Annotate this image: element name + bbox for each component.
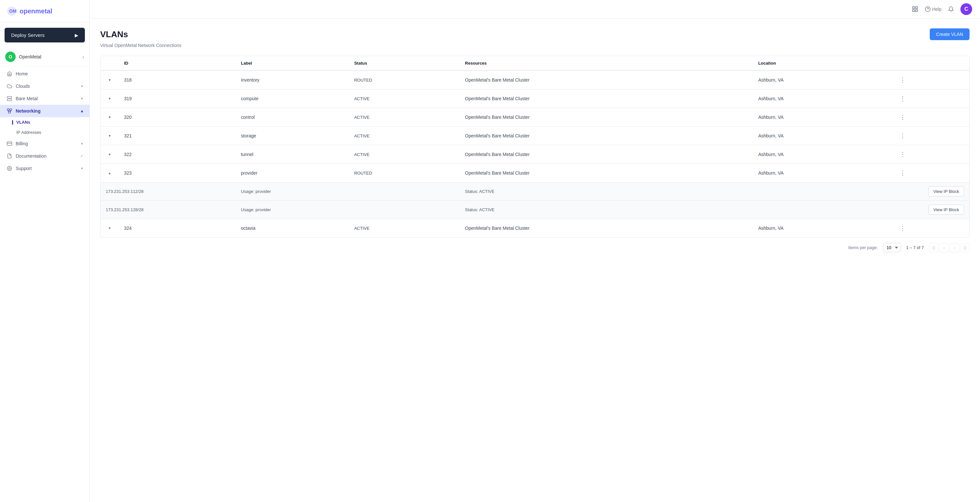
first-page-button[interactable]: ⟨⟨ [929,243,938,252]
svg-rect-18 [916,7,918,9]
networking-sub-nav: VLANs IP Addresses [0,117,89,137]
logo-text: openmetal [19,8,52,15]
svg-point-15 [7,166,11,170]
row-menu-322[interactable]: ⋮ [898,150,907,159]
sidebar-item-label: Billing [16,141,28,146]
next-page-button[interactable]: › [950,243,959,252]
table-row: ▾ 324 octavia ACTIVE OpenMetal's Bare Me… [100,219,969,238]
row-menu-320[interactable]: ⋮ [898,113,907,122]
col-resources: Resources [460,56,753,70]
sidebar-item-networking[interactable]: Networking ▴ [0,105,89,117]
row-resources: OpenMetal's Bare Metal Cluster [460,108,753,127]
svg-rect-17 [913,7,915,9]
svg-text:OM: OM [9,8,17,14]
page-content: VLANs Create VLAN Virtual OpenMetal Netw… [90,19,980,502]
sub-row-status-1: Status: ACTIVE [460,183,753,201]
per-page-select[interactable]: 10 25 50 [883,243,901,252]
col-id: ID [119,56,236,70]
row-id: 318 [119,70,236,89]
sub-row-usage-1: Usage: provider [236,183,460,201]
row-menu-319[interactable]: ⋮ [898,94,907,103]
sidebar-item-documentation[interactable]: Documentation ↗ [0,150,89,162]
last-page-button[interactable]: ⟩⟩ [961,243,970,252]
row-menu-324[interactable]: ⋮ [898,224,907,233]
page-subtitle: Virtual OpenMetal Network Connections [100,43,970,48]
row-location: Ashburn, VA [753,108,893,127]
deploy-servers-button[interactable]: Deploy Servers ▶ [5,28,85,43]
chevron-up-icon: ▴ [81,109,83,113]
sidebar-item-home[interactable]: Home [0,68,89,80]
svg-rect-2 [7,96,11,98]
page-nav: ⟨⟨ ‹ › ⟩⟩ [929,243,970,252]
sidebar-item-label: Clouds [16,84,30,89]
view-ip-block-button-2[interactable]: View IP Block [928,205,964,215]
view-ip-block-button-1[interactable]: View IP Block [928,186,964,197]
row-status: ACTIVE [349,145,460,164]
expand-row-324[interactable]: ▾ [106,224,114,232]
create-vlan-button[interactable]: Create VLAN [930,29,970,40]
prev-page-button[interactable]: ‹ [940,243,949,252]
page-info: 1 – 7 of 7 [906,245,924,250]
sidebar-item-support[interactable]: Support ▾ [0,162,89,175]
row-resources: OpenMetal's Bare Metal Cluster [460,70,753,89]
svg-rect-8 [8,111,10,113]
row-resources: OpenMetal's Bare Metal Cluster [460,127,753,145]
help-label: Help [932,6,942,12]
pagination: Items per page: 10 25 50 1 – 7 of 7 ⟨⟨ ‹… [100,238,970,257]
chevron-down-icon: ▾ [81,141,83,146]
support-icon [6,165,13,172]
row-menu-318[interactable]: ⋮ [898,75,907,84]
sidebar-item-bare-metal[interactable]: Bare Metal ▾ [0,92,89,105]
row-status: ACTIVE [349,108,460,127]
deploy-arrow: ▶ [75,33,78,38]
expand-row-321[interactable]: ▾ [106,132,114,140]
table-header-row: ID Label Status Resources Location [100,56,969,70]
col-status: Status [349,56,460,70]
org-avatar: O [5,52,16,62]
row-resources: OpenMetal's Bare Metal Cluster [460,89,753,108]
row-id: 321 [119,127,236,145]
expand-row-322[interactable]: ▾ [106,151,114,158]
help-button[interactable]: Help [925,6,942,12]
row-label: compute [236,89,349,108]
grid-icon-button[interactable] [912,6,918,13]
ip-addresses-label: IP Addresses [16,130,41,135]
svg-rect-19 [913,10,915,12]
row-status: ROUTED [349,164,460,183]
user-avatar-button[interactable]: C [961,3,972,15]
main-content: Help C VLANs Create VLAN Virtual OpenMet… [90,0,980,502]
row-id: 320 [119,108,236,127]
row-resources: OpenMetal's Bare Metal Cluster [460,145,753,164]
row-status: ROUTED [349,70,460,89]
row-resources: OpenMetal's Bare Metal Cluster [460,164,753,183]
sidebar-item-clouds[interactable]: Clouds ▾ [0,80,89,92]
expand-row-323[interactable]: ▴ [106,169,114,177]
sub-row-323-1: 173.231.253.112/28 Usage: provider Statu… [100,183,969,201]
home-icon [6,71,13,77]
chevron-down-icon: ▾ [81,166,83,171]
sidebar-item-vlans[interactable]: VLANs [0,117,89,127]
expand-row-319[interactable]: ▾ [106,95,114,102]
sidebar-item-ip-addresses[interactable]: IP Addresses [0,127,89,137]
network-icon [6,108,13,114]
svg-rect-20 [916,10,918,12]
expand-row-320[interactable]: ▾ [106,113,114,121]
table-row: ▾ 318 inventory ROUTED OpenMetal's Bare … [100,70,969,89]
notification-bell-button[interactable] [948,6,954,12]
row-label: octavia [236,219,349,238]
svg-rect-7 [10,109,11,110]
page-title: VLANs [100,29,128,40]
row-location: Ashburn, VA [753,145,893,164]
org-selector[interactable]: O OpenMetal › [0,48,89,66]
sidebar-item-label: Networking [16,108,40,114]
external-link-icon: ↗ [80,154,83,158]
col-actions [893,56,969,70]
svg-rect-3 [7,99,11,100]
row-menu-321[interactable]: ⋮ [898,131,907,140]
row-menu-323[interactable]: ⋮ [898,168,907,178]
table-row: ▾ 321 storage ACTIVE OpenMetal's Bare Me… [100,127,969,145]
expand-row-318[interactable]: ▾ [106,76,114,84]
sidebar-item-billing[interactable]: Billing ▾ [0,137,89,150]
col-label: Label [236,56,349,70]
deploy-button-label: Deploy Servers [11,32,45,38]
